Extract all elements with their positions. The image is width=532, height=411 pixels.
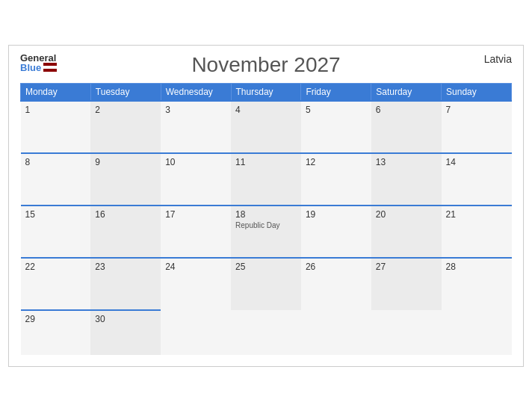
calendar-cell: 30 [90,310,161,355]
calendar-cell: 24 [161,258,231,310]
day-number: 18 [235,209,297,220]
calendar-cell: 1 [21,101,91,153]
calendar-cell: 4 [231,101,301,153]
logo-blue-text: Blue [20,63,57,72]
calendar-cell: 12 [301,153,371,206]
day-number: 16 [95,209,156,220]
day-number: 17 [165,209,226,220]
calendar-cell: 13 [371,153,442,206]
day-number: 7 [446,105,507,115]
day-number: 10 [165,157,226,167]
day-number: 13 [376,157,437,167]
calendar-cell: 17 [161,206,231,258]
day-number: 24 [165,262,226,272]
calendar-cell [301,310,371,355]
calendar-cell [161,310,231,355]
calendar-cell: 8 [21,153,91,206]
country-label: Latvia [484,53,512,65]
weekday-saturday: Saturday [371,83,442,101]
day-number: 1 [25,105,87,115]
day-number: 2 [95,105,156,115]
weekday-sunday: Sunday [442,83,512,101]
logo-flag [43,63,57,72]
calendar-week-row: 2930 [21,310,512,355]
weekday-header-row: MondayTuesdayWednesdayThursdayFridaySatu… [21,83,512,101]
calendar-cell: 15 [21,206,91,258]
logo-general-text: General [20,53,57,63]
calendar-grid: MondayTuesdayWednesdayThursdayFridaySatu… [20,83,512,355]
day-number: 23 [95,262,156,272]
day-number: 12 [306,157,367,167]
day-number: 22 [25,262,87,272]
calendar-cell: 27 [371,258,442,310]
calendar-cell: 18Republic Day [231,206,301,258]
logo: General Blue [20,53,57,72]
weekday-monday: Monday [21,83,91,101]
calendar-cell: 6 [371,101,442,153]
calendar-cell: 22 [21,258,91,310]
day-number: 29 [25,314,87,324]
calendar-cell: 20 [371,206,442,258]
calendar-cell: 5 [301,101,371,153]
day-number: 25 [235,262,297,272]
day-number: 15 [25,209,87,220]
calendar-title: November 2027 [191,53,340,77]
calendar-cell: 23 [90,258,161,310]
calendar-header: General Blue November 2027 Latvia [20,53,512,77]
day-number: 8 [25,157,87,167]
calendar-cell: 28 [442,258,512,310]
calendar-week-row: 1234567 [21,101,512,153]
calendar-cell: 29 [21,310,91,355]
calendar-cell: 14 [442,153,512,206]
day-number: 20 [376,209,437,220]
day-number: 11 [235,157,297,167]
day-number: 14 [446,157,507,167]
day-number: 30 [95,314,156,324]
calendar-cell: 19 [301,206,371,258]
day-number: 9 [95,157,156,167]
weekday-tuesday: Tuesday [90,83,161,101]
calendar-cell: 3 [161,101,231,153]
day-number: 3 [165,105,226,115]
calendar-cell: 25 [231,258,301,310]
calendar-cell [231,310,301,355]
day-number: 28 [446,262,507,272]
day-number: 26 [306,262,367,272]
event-label: Republic Day [235,221,297,229]
weekday-thursday: Thursday [231,83,301,101]
day-number: 6 [376,105,437,115]
day-number: 19 [306,209,367,220]
calendar-week-row: 15161718Republic Day192021 [21,206,512,258]
day-number: 5 [306,105,367,115]
weekday-wednesday: Wednesday [161,83,231,101]
weekday-friday: Friday [301,83,371,101]
calendar-cell: 16 [90,206,161,258]
calendar-cell: 9 [90,153,161,206]
calendar-cell: 10 [161,153,231,206]
calendar-cell [442,310,512,355]
calendar-week-row: 22232425262728 [21,258,512,310]
calendar-week-row: 891011121314 [21,153,512,206]
calendar-cell: 26 [301,258,371,310]
calendar-cell: 11 [231,153,301,206]
calendar-cell: 21 [442,206,512,258]
day-number: 4 [235,105,297,115]
day-number: 21 [446,209,507,220]
calendar-container: General Blue November 2027 Latvia Monday… [8,45,524,367]
calendar-cell [371,310,442,355]
calendar-cell: 2 [90,101,161,153]
calendar-cell: 7 [442,101,512,153]
day-number: 27 [376,262,437,272]
